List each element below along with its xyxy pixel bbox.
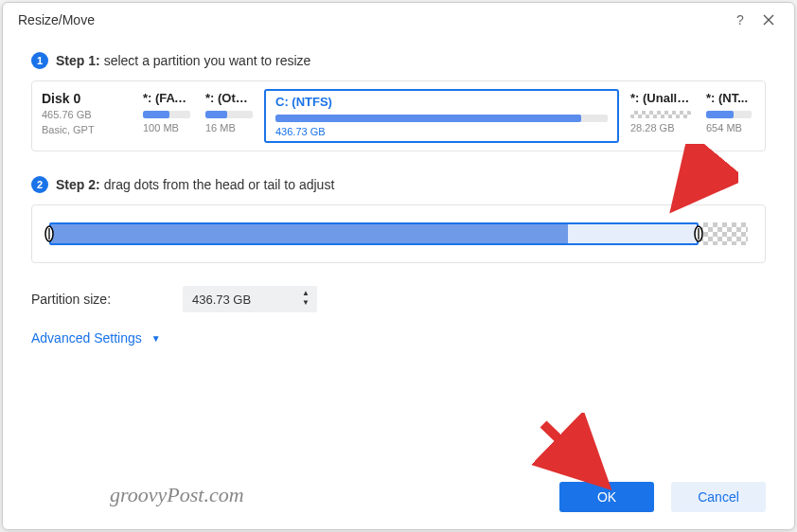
slider-unallocated-region	[699, 222, 748, 245]
partition-name: *: (Oth...	[205, 91, 253, 105]
partition-size-value: 436.73 GB	[192, 293, 251, 307]
partition-size: 436.73 GB	[275, 126, 608, 137]
resize-slider[interactable]	[49, 222, 748, 245]
step2-label: 2 Step 2: drag dots from the head or tai…	[31, 176, 766, 193]
spinner-down-icon[interactable]: ▼	[300, 298, 311, 307]
advanced-settings-label: Advanced Settings	[31, 330, 142, 346]
chevron-down-icon: ▼	[151, 333, 161, 344]
resize-slider-box	[31, 204, 766, 263]
disk-name: Disk 0	[42, 91, 132, 106]
partition-name: *: (NT...	[706, 91, 752, 105]
cancel-button[interactable]: Cancel	[671, 482, 766, 512]
partition-size: 28.28 GB	[630, 122, 691, 133]
partition-size: 16 MB	[205, 122, 253, 133]
disk-info: Disk 0 465.76 GB Basic, GPT	[42, 89, 132, 143]
disk-partition-row: Disk 0 465.76 GB Basic, GPT *: (FAT... 1…	[31, 80, 766, 151]
step1-label: 1 Step 1: select a partition you want to…	[31, 52, 766, 69]
resize-handle-right[interactable]	[694, 225, 703, 242]
window-title: Resize/Move	[18, 12, 726, 27]
partition-name: *: (FAT...	[143, 91, 190, 105]
partition-size-input[interactable]: 436.73 GB ▲ ▼	[183, 286, 317, 312]
resize-handle-left[interactable]	[44, 225, 54, 242]
partition-size: 100 MB	[143, 122, 190, 133]
partition-item[interactable]: *: (FAT... 100 MB	[139, 89, 194, 143]
slider-partition-region[interactable]	[49, 222, 699, 245]
partition-size: 654 MB	[706, 122, 752, 133]
partition-bar	[143, 111, 190, 118]
disk-size: 465.76 GB	[42, 108, 132, 121]
step2-number-badge: 2	[31, 176, 48, 193]
step1-number-badge: 1	[31, 52, 48, 69]
partition-size-label: Partition size:	[31, 292, 183, 307]
partition-item[interactable]: *: (Oth... 16 MB	[202, 89, 257, 143]
partition-bar	[275, 115, 608, 122]
close-icon[interactable]	[754, 7, 783, 33]
partition-size-field-row: Partition size: 436.73 GB ▲ ▼	[31, 286, 766, 312]
resize-move-dialog: Resize/Move ? 1 Step 1: select a partiti…	[2, 2, 795, 530]
partition-item[interactable]: *: (NT... 654 MB	[702, 89, 755, 143]
step2-text: drag dots from the head or tail to adjus…	[104, 177, 335, 192]
slider-used-fill	[51, 224, 568, 243]
partition-name: *: (Unallo...	[630, 91, 691, 105]
partition-item-unallocated[interactable]: *: (Unallo... 28.28 GB	[627, 89, 695, 143]
step1-text: select a partition you want to resize	[104, 53, 311, 68]
help-icon[interactable]: ?	[726, 7, 754, 33]
partition-name: C: (NTFS)	[275, 95, 608, 109]
ok-button[interactable]: OK	[559, 482, 654, 512]
step2-prefix: Step 2:	[56, 177, 100, 192]
advanced-settings-link[interactable]: Advanced Settings ▼	[31, 330, 161, 346]
step1-prefix: Step 1:	[56, 53, 100, 68]
partition-bar	[706, 111, 752, 118]
partition-item-selected[interactable]: C: (NTFS) 436.73 GB	[264, 89, 619, 143]
partition-bar	[630, 111, 691, 118]
partition-bar	[205, 111, 253, 118]
spinner-up-icon[interactable]: ▲	[300, 289, 311, 297]
dialog-content: 1 Step 1: select a partition you want to…	[3, 37, 794, 470]
dialog-footer: OK Cancel	[3, 470, 794, 529]
titlebar: Resize/Move ?	[3, 3, 794, 37]
disk-type: Basic, GPT	[42, 123, 132, 136]
